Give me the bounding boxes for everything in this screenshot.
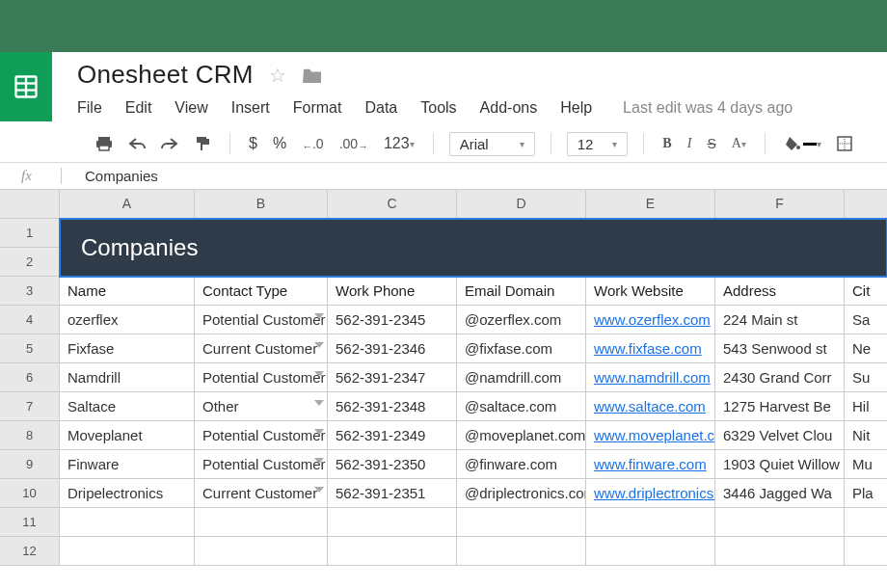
cell[interactable]: Ne	[845, 334, 887, 363]
fill-color-button[interactable]: ▾	[781, 132, 824, 155]
dropdown-icon[interactable]	[314, 429, 324, 435]
cell[interactable]: Fixfase	[60, 334, 195, 363]
dropdown-icon[interactable]	[314, 400, 324, 406]
dropdown-icon[interactable]	[314, 313, 324, 319]
field-header-addr[interactable]: Address	[715, 277, 845, 306]
cell[interactable]: www.fixfase.com	[586, 334, 715, 363]
cell[interactable]: Potential Customer	[195, 450, 328, 479]
dropdown-icon[interactable]	[314, 458, 324, 464]
cell[interactable]: www.saltace.com	[586, 392, 715, 421]
cell[interactable]: Hil	[845, 392, 887, 421]
bold-button[interactable]: B	[659, 132, 674, 155]
row-header[interactable]: 4	[0, 306, 60, 334]
cell[interactable]: Potential Customer	[195, 306, 328, 334]
select-all-corner[interactable]	[0, 190, 60, 219]
cell[interactable]	[715, 508, 845, 537]
website-link[interactable]: www.ozerflex.com	[594, 311, 711, 328]
cell[interactable]: @finware.com	[457, 450, 586, 479]
doc-title[interactable]: Onesheet CRM	[77, 60, 254, 90]
cell[interactable]: Other	[195, 392, 328, 421]
website-link[interactable]: www.namdrill.com	[594, 369, 711, 386]
website-link[interactable]: www.moveplanet.com	[594, 427, 715, 443]
cell[interactable]: Potential Customer	[195, 363, 328, 392]
cell[interactable]: 562-391-2345	[328, 306, 457, 334]
cell[interactable]: 562-391-2346	[328, 334, 457, 363]
row-header[interactable]: 9	[0, 450, 60, 479]
cell[interactable]: 562-391-2347	[328, 363, 457, 392]
cell[interactable]: @ozerflex.com	[457, 306, 586, 334]
col-header-E[interactable]: E	[586, 190, 715, 219]
cell[interactable]	[586, 508, 715, 537]
website-link[interactable]: www.fixfase.com	[594, 340, 702, 357]
row-header[interactable]: 5	[0, 334, 60, 363]
row-header[interactable]: 12	[0, 537, 60, 566]
cell[interactable]: 2430 Grand Corr	[715, 363, 845, 392]
cell[interactable]: @fixfase.com	[457, 334, 586, 363]
cell[interactable]: 3446 Jagged Wa	[715, 479, 845, 508]
cell[interactable]: Su	[845, 363, 887, 392]
field-header-city[interactable]: Cit	[845, 277, 887, 306]
menu-view[interactable]: View	[175, 99, 207, 117]
menu-tools[interactable]: Tools	[420, 99, 456, 117]
row-header[interactable]: 2	[0, 248, 60, 277]
cell[interactable]: www.finware.com	[586, 450, 715, 479]
cell[interactable]: Pla	[845, 479, 887, 508]
font-select[interactable]: Arial▾	[449, 132, 535, 156]
borders-button[interactable]	[834, 132, 855, 155]
paint-format-icon[interactable]	[191, 131, 214, 156]
cell[interactable]: ozerflex	[60, 306, 195, 334]
cell[interactable]: www.ozerflex.com	[586, 306, 715, 334]
percent-button[interactable]: %	[270, 131, 289, 156]
menu-data[interactable]: Data	[364, 99, 397, 117]
cell[interactable]	[457, 508, 586, 537]
cell[interactable]: @driplectronics.com	[457, 479, 586, 508]
field-header-site[interactable]: Work Website	[586, 277, 715, 306]
cell[interactable]	[60, 537, 195, 566]
print-icon[interactable]	[93, 132, 116, 155]
col-header-B[interactable]: B	[195, 190, 328, 219]
dec-decimal-button[interactable]: ←.0	[299, 131, 327, 156]
cell[interactable]: www.moveplanet.com	[586, 421, 715, 450]
field-header-domain[interactable]: Email Domain	[457, 277, 586, 306]
cell[interactable]: Current Customer	[195, 334, 328, 363]
col-header-A[interactable]: A	[60, 190, 195, 219]
cell[interactable]: Finware	[60, 450, 195, 479]
inc-decimal-button[interactable]: .00→	[336, 131, 371, 156]
italic-button[interactable]: I	[685, 132, 695, 155]
cell[interactable]: Saltace	[60, 392, 195, 421]
col-header-F[interactable]: F	[715, 190, 845, 219]
cell[interactable]: 543 Senwood st	[715, 334, 845, 363]
field-header-name[interactable]: Name	[60, 277, 195, 306]
menu-insert[interactable]: Insert	[231, 99, 270, 117]
undo-icon[interactable]	[125, 133, 148, 154]
field-header-phone[interactable]: Work Phone	[328, 277, 457, 306]
col-header-G[interactable]	[845, 190, 887, 219]
cell[interactable]: Current Customer	[195, 479, 328, 508]
text-color-button[interactable]: A ▾	[729, 132, 749, 155]
redo-icon[interactable]	[158, 133, 181, 154]
number-format-button[interactable]: 123 ▾	[381, 131, 417, 156]
row-header[interactable]: 6	[0, 363, 60, 392]
cell[interactable]	[195, 537, 328, 566]
row-header[interactable]: 10	[0, 479, 60, 508]
cell[interactable]: Nit	[845, 421, 887, 450]
cell[interactable]: 224 Main st	[715, 306, 845, 334]
cell[interactable]: @saltace.com	[457, 392, 586, 421]
cell[interactable]	[457, 537, 586, 566]
col-header-D[interactable]: D	[457, 190, 586, 219]
cell[interactable]: Mu	[845, 450, 887, 479]
field-header-ctype[interactable]: Contact Type	[195, 277, 328, 306]
row-header[interactable]: 11	[0, 508, 60, 537]
strike-button[interactable]: S	[704, 132, 718, 155]
dropdown-icon[interactable]	[314, 487, 324, 493]
cell[interactable]	[328, 537, 457, 566]
col-header-C[interactable]: C	[328, 190, 457, 219]
cell[interactable]: www.namdrill.com	[586, 363, 715, 392]
website-link[interactable]: www.finware.com	[594, 456, 707, 472]
cell[interactable]: Potential Customer	[195, 421, 328, 450]
cell[interactable]: 1903 Quiet Willow	[715, 450, 845, 479]
dropdown-icon[interactable]	[314, 371, 324, 377]
folder-icon[interactable]	[302, 67, 323, 84]
menu-help[interactable]: Help	[560, 99, 592, 117]
banner-cell[interactable]: Companies	[60, 219, 887, 277]
